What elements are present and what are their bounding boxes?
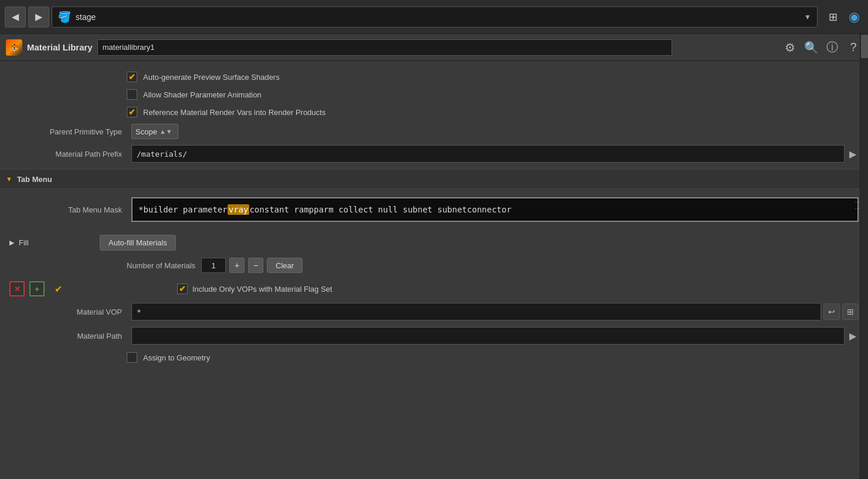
nav-pin-button[interactable]: ⊞	[823, 8, 842, 26]
reference-material-row: ✔ Reference Material Render Vars into Re…	[9, 103, 859, 121]
fill-label: Fill	[19, 238, 95, 247]
num-plus-button[interactable]: +	[229, 258, 245, 273]
material-path-label: Material Path	[9, 332, 127, 340]
material-path-arrow-btn[interactable]: ▶	[847, 329, 859, 343]
tab-menu-mask-row: Tab Menu Mask *builder parameter vray co…	[9, 193, 859, 227]
scope-arrow-icon: ▲▼	[160, 128, 172, 135]
tab-menu-mask-input[interactable]: *builder parameter vray constant ramppar…	[131, 197, 859, 222]
allow-shader-row: Allow Shader Parameter Animation	[9, 86, 859, 103]
auto-gen-label: Auto-generate Preview Surface Shaders	[143, 73, 280, 82]
tab-mask-suffix: constant rampparm collect null subnet su…	[249, 205, 511, 214]
scrollbar-thumb[interactable]	[861, 35, 868, 58]
header-bar: 🐯 Material Library ⚙ 🔍 ⓘ ?	[0, 34, 868, 61]
include-vops-label: Include Only VOPs with Material Flag Set	[192, 285, 332, 294]
search-button[interactable]: 🔍	[802, 39, 820, 56]
material-vop-row: Material VOP ↩ ⊞	[9, 299, 859, 323]
fill-row: ▶ Fill Auto-fill Materials	[9, 227, 859, 255]
info-button[interactable]: ⓘ	[823, 39, 841, 56]
num-minus-button[interactable]: −	[248, 258, 263, 273]
scrollbar-track	[860, 34, 868, 479]
material-path-field-container: ▶	[131, 327, 859, 345]
material-vop-undo-button[interactable]: ↩	[823, 303, 840, 320]
tab-menu-mask-label: Tab Menu Mask	[9, 205, 127, 214]
parent-primitive-label: Parent Primitive Type	[9, 127, 127, 136]
remove-item-button[interactable]: ✕	[9, 281, 25, 296]
nav-bar: ◀ ▶ 🪣 stage ▼ ⊞ ◉	[0, 0, 868, 34]
auto-gen-checkbox[interactable]: ✔	[127, 72, 137, 82]
forward-button[interactable]: ▶	[28, 6, 49, 28]
auto-gen-row: ✔ Auto-generate Preview Surface Shaders	[9, 68, 859, 86]
tab-mask-prefix: *builder parameter	[138, 205, 228, 214]
material-vop-label: Material VOP	[9, 308, 127, 316]
material-path-prefix-label: Material Path Prefix	[9, 150, 127, 158]
reference-material-checkbox[interactable]: ✔	[127, 107, 137, 117]
back-button[interactable]: ◀	[5, 6, 26, 28]
material-library-icon: 🐯	[6, 39, 22, 56]
scope-value: Scope	[135, 127, 157, 136]
num-materials-label: Number of Materials	[127, 261, 195, 270]
material-vop-input[interactable]	[131, 303, 821, 321]
action-row: ✕ + ✔ ✔ Include Only VOPs with Material …	[9, 275, 859, 299]
clear-button[interactable]: Clear	[267, 258, 303, 273]
tab-menu-section-header[interactable]: ▼ Tab Menu	[0, 169, 868, 189]
reference-material-label: Reference Material Render Vars into Rend…	[143, 108, 326, 117]
material-path-prefix-row: Material Path Prefix ▶	[9, 142, 859, 166]
resize-handle-dots[interactable]: ⋮⋮	[854, 200, 860, 212]
assign-geometry-checkbox[interactable]	[127, 352, 137, 363]
autofill-button[interactable]: Auto-fill Materials	[100, 235, 176, 251]
nav-circle-button[interactable]: ◉	[845, 8, 863, 26]
material-path-prefix-field-container: ▶	[131, 145, 859, 163]
nav-path-bar: 🪣 stage ▼	[52, 6, 818, 28]
allow-shader-checkbox[interactable]	[127, 89, 137, 100]
node-type-label: Material Library	[27, 42, 93, 52]
gear-button[interactable]: ⚙	[781, 39, 799, 56]
material-vop-node-button[interactable]: ⊞	[842, 303, 859, 320]
assign-geometry-label: Assign to Geometry	[143, 353, 210, 362]
node-name-input[interactable]	[97, 39, 672, 56]
material-path-row: Material Path ▶	[9, 323, 859, 348]
num-materials-input[interactable]	[201, 258, 226, 273]
num-materials-row: Number of Materials + − Clear	[9, 255, 859, 275]
tab-menu-section-title: Tab Menu	[17, 175, 52, 184]
allow-shader-label: Allow Shader Parameter Animation	[143, 90, 262, 99]
tab-mask-highlight: vray	[228, 204, 250, 215]
nav-dropdown-icon: ▼	[804, 13, 811, 21]
include-vops-container: ✔ Include Only VOPs with Material Flag S…	[177, 284, 859, 294]
include-vops-checkbox[interactable]: ✔	[177, 284, 188, 294]
material-path-prefix-arrow-btn[interactable]: ▶	[847, 147, 859, 161]
tab-menu-triangle-icon: ▼	[6, 176, 12, 183]
material-path-input[interactable]	[131, 327, 845, 345]
add-item-button[interactable]: +	[29, 281, 45, 296]
assign-geometry-row: Assign to Geometry	[9, 348, 859, 366]
parent-primitive-row: Parent Primitive Type Scope ▲▼	[9, 121, 859, 142]
header-icons: ⚙ 🔍 ⓘ ?	[781, 39, 862, 56]
material-path-prefix-input[interactable]	[131, 145, 845, 163]
nav-right-icons: ⊞ ◉	[823, 8, 863, 26]
fill-triangle-icon[interactable]: ▶	[9, 239, 14, 247]
check-item-button[interactable]: ✔	[49, 281, 67, 296]
nav-path-text: stage	[76, 12, 96, 22]
material-vop-field-container: ↩ ⊞	[131, 303, 859, 321]
scope-dropdown[interactable]: Scope ▲▼	[131, 124, 178, 139]
main-content: ✔ Auto-generate Preview Surface Shaders …	[0, 61, 868, 372]
stage-icon: 🪣	[58, 11, 71, 23]
